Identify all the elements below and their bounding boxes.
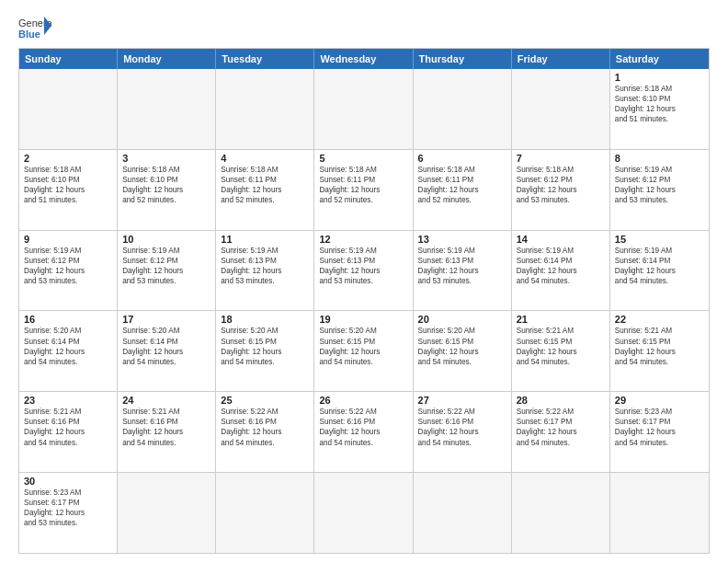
calendar-row: 9Sunrise: 5:19 AMSunset: 6:12 PMDaylight…: [19, 230, 709, 311]
calendar-cell: 27Sunrise: 5:22 AMSunset: 6:16 PMDayligh…: [414, 392, 512, 472]
calendar-cell: 11Sunrise: 5:19 AMSunset: 6:13 PMDayligh…: [216, 231, 314, 311]
calendar-cell: 19Sunrise: 5:20 AMSunset: 6:15 PMDayligh…: [314, 311, 413, 391]
calendar-cell: 14Sunrise: 5:19 AMSunset: 6:14 PMDayligh…: [512, 231, 610, 311]
svg-text:Blue: Blue: [18, 29, 40, 40]
cell-sun-info: Sunrise: 5:18 AMSunset: 6:10 PMDaylight:…: [615, 84, 704, 124]
day-number: 23: [24, 395, 112, 406]
day-number: 17: [122, 314, 210, 325]
calendar-cell: 17Sunrise: 5:20 AMSunset: 6:14 PMDayligh…: [118, 311, 216, 391]
day-number: 6: [418, 153, 506, 164]
calendar: SundayMondayTuesdayWednesdayThursdayFrid…: [18, 48, 710, 554]
day-number: 9: [24, 234, 112, 245]
calendar-cell: 3Sunrise: 5:18 AMSunset: 6:10 PMDaylight…: [118, 150, 216, 230]
day-number: 30: [24, 476, 112, 487]
header-cell-monday: Monday: [118, 49, 216, 69]
day-number: 12: [319, 234, 407, 245]
calendar-cell: 16Sunrise: 5:20 AMSunset: 6:14 PMDayligh…: [19, 311, 118, 391]
day-number: 4: [221, 153, 309, 164]
day-number: 2: [24, 153, 112, 164]
cell-sun-info: Sunrise: 5:19 AMSunset: 6:12 PMDaylight:…: [615, 165, 704, 205]
calendar-cell: 1Sunrise: 5:18 AMSunset: 6:10 PMDaylight…: [610, 69, 709, 149]
calendar-row: 23Sunrise: 5:21 AMSunset: 6:16 PMDayligh…: [19, 391, 709, 472]
day-number: 27: [418, 395, 506, 406]
day-number: 21: [517, 314, 605, 325]
day-number: 25: [221, 395, 309, 406]
day-number: 19: [319, 314, 407, 325]
day-number: 18: [221, 314, 309, 325]
cell-sun-info: Sunrise: 5:20 AMSunset: 6:15 PMDaylight:…: [418, 326, 506, 366]
calendar-cell: [414, 69, 512, 149]
day-number: 15: [615, 234, 704, 245]
calendar-cell: 30Sunrise: 5:23 AMSunset: 6:17 PMDayligh…: [19, 473, 118, 553]
cell-sun-info: Sunrise: 5:21 AMSunset: 6:15 PMDaylight:…: [615, 326, 704, 366]
day-number: 20: [418, 314, 506, 325]
cell-sun-info: Sunrise: 5:23 AMSunset: 6:17 PMDaylight:…: [615, 407, 704, 447]
calendar-cell: 22Sunrise: 5:21 AMSunset: 6:15 PMDayligh…: [610, 311, 709, 391]
calendar-cell: [610, 473, 709, 553]
calendar-cell: [314, 473, 413, 553]
calendar-body: 1Sunrise: 5:18 AMSunset: 6:10 PMDaylight…: [19, 69, 709, 553]
calendar-cell: 20Sunrise: 5:20 AMSunset: 6:15 PMDayligh…: [414, 311, 512, 391]
calendar-cell: [314, 69, 413, 149]
calendar-cell: 13Sunrise: 5:19 AMSunset: 6:13 PMDayligh…: [414, 231, 512, 311]
day-number: 28: [517, 395, 605, 406]
calendar-cell: 5Sunrise: 5:18 AMSunset: 6:11 PMDaylight…: [314, 150, 413, 230]
calendar-cell: 12Sunrise: 5:19 AMSunset: 6:13 PMDayligh…: [314, 231, 413, 311]
cell-sun-info: Sunrise: 5:18 AMSunset: 6:12 PMDaylight:…: [517, 165, 605, 205]
day-number: 8: [615, 153, 704, 164]
cell-sun-info: Sunrise: 5:19 AMSunset: 6:12 PMDaylight:…: [122, 246, 210, 286]
calendar-cell: [216, 69, 314, 149]
cell-sun-info: Sunrise: 5:19 AMSunset: 6:14 PMDaylight:…: [517, 246, 605, 286]
calendar-cell: [512, 473, 610, 553]
calendar-cell: 8Sunrise: 5:19 AMSunset: 6:12 PMDaylight…: [610, 150, 709, 230]
calendar-cell: 28Sunrise: 5:22 AMSunset: 6:17 PMDayligh…: [512, 392, 610, 472]
calendar-cell: 2Sunrise: 5:18 AMSunset: 6:10 PMDaylight…: [19, 150, 118, 230]
calendar-cell: [216, 473, 314, 553]
calendar-row: 2Sunrise: 5:18 AMSunset: 6:10 PMDaylight…: [19, 149, 709, 230]
calendar-cell: 25Sunrise: 5:22 AMSunset: 6:16 PMDayligh…: [216, 392, 314, 472]
calendar-header: SundayMondayTuesdayWednesdayThursdayFrid…: [19, 49, 709, 69]
calendar-row: 16Sunrise: 5:20 AMSunset: 6:14 PMDayligh…: [19, 310, 709, 391]
day-number: 24: [122, 395, 210, 406]
calendar-cell: [118, 69, 216, 149]
day-number: 16: [24, 314, 112, 325]
day-number: 26: [319, 395, 407, 406]
page: General Blue SundayMondayTuesdayWednesda…: [0, 0, 728, 563]
cell-sun-info: Sunrise: 5:19 AMSunset: 6:13 PMDaylight:…: [418, 246, 506, 286]
calendar-cell: 21Sunrise: 5:21 AMSunset: 6:15 PMDayligh…: [512, 311, 610, 391]
cell-sun-info: Sunrise: 5:18 AMSunset: 6:10 PMDaylight:…: [24, 165, 112, 205]
cell-sun-info: Sunrise: 5:20 AMSunset: 6:14 PMDaylight:…: [24, 326, 112, 366]
calendar-cell: [512, 69, 610, 149]
cell-sun-info: Sunrise: 5:22 AMSunset: 6:16 PMDaylight:…: [418, 407, 506, 447]
calendar-cell: 9Sunrise: 5:19 AMSunset: 6:12 PMDaylight…: [19, 231, 118, 311]
cell-sun-info: Sunrise: 5:19 AMSunset: 6:13 PMDaylight:…: [319, 246, 407, 286]
logo: General Blue: [18, 15, 51, 40]
cell-sun-info: Sunrise: 5:23 AMSunset: 6:17 PMDaylight:…: [24, 488, 112, 528]
header-cell-tuesday: Tuesday: [216, 49, 314, 69]
day-number: 1: [615, 72, 704, 83]
cell-sun-info: Sunrise: 5:22 AMSunset: 6:16 PMDaylight:…: [319, 407, 407, 447]
calendar-cell: [118, 473, 216, 553]
header-cell-wednesday: Wednesday: [314, 49, 413, 69]
cell-sun-info: Sunrise: 5:18 AMSunset: 6:11 PMDaylight:…: [319, 165, 407, 205]
day-number: 7: [517, 153, 605, 164]
cell-sun-info: Sunrise: 5:18 AMSunset: 6:11 PMDaylight:…: [221, 165, 309, 205]
calendar-cell: 10Sunrise: 5:19 AMSunset: 6:12 PMDayligh…: [118, 231, 216, 311]
cell-sun-info: Sunrise: 5:18 AMSunset: 6:11 PMDaylight:…: [418, 165, 506, 205]
cell-sun-info: Sunrise: 5:22 AMSunset: 6:16 PMDaylight:…: [221, 407, 309, 447]
calendar-row: 30Sunrise: 5:23 AMSunset: 6:17 PMDayligh…: [19, 472, 709, 553]
day-number: 29: [615, 395, 704, 406]
cell-sun-info: Sunrise: 5:20 AMSunset: 6:14 PMDaylight:…: [122, 326, 210, 366]
cell-sun-info: Sunrise: 5:20 AMSunset: 6:15 PMDaylight:…: [221, 326, 309, 366]
day-number: 22: [615, 314, 704, 325]
calendar-cell: 15Sunrise: 5:19 AMSunset: 6:14 PMDayligh…: [610, 231, 709, 311]
calendar-cell: [414, 473, 512, 553]
calendar-cell: 4Sunrise: 5:18 AMSunset: 6:11 PMDaylight…: [216, 150, 314, 230]
day-number: 14: [517, 234, 605, 245]
cell-sun-info: Sunrise: 5:22 AMSunset: 6:17 PMDaylight:…: [517, 407, 605, 447]
cell-sun-info: Sunrise: 5:19 AMSunset: 6:12 PMDaylight:…: [24, 246, 112, 286]
calendar-cell: [19, 69, 118, 149]
calendar-cell: 24Sunrise: 5:21 AMSunset: 6:16 PMDayligh…: [118, 392, 216, 472]
calendar-row: 1Sunrise: 5:18 AMSunset: 6:10 PMDaylight…: [19, 69, 709, 149]
cell-sun-info: Sunrise: 5:19 AMSunset: 6:13 PMDaylight:…: [221, 246, 309, 286]
